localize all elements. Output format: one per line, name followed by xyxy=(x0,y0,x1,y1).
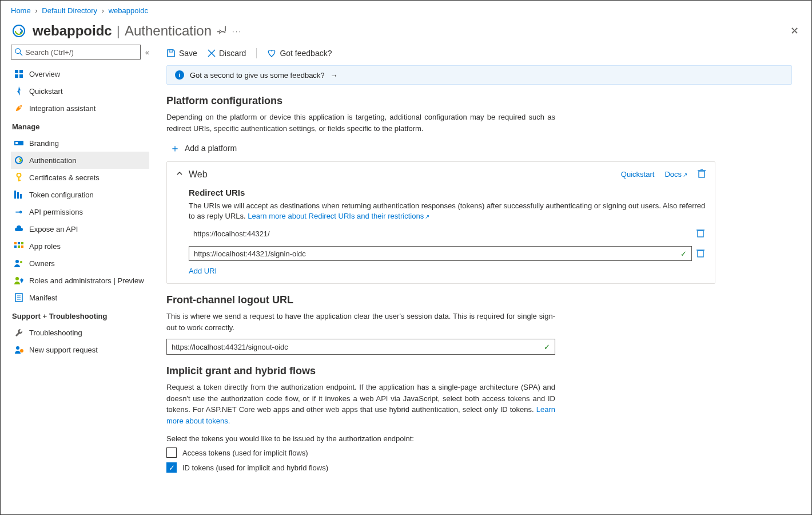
sidebar-group-manage: Manage xyxy=(11,117,149,134)
platform-web-card: Web Quickstart Docs↗ Redirect URIs The U… xyxy=(166,161,715,284)
sidebar-item-token-config[interactable]: Token configuration xyxy=(11,186,149,203)
save-button[interactable]: Save xyxy=(166,49,197,58)
sidebar-item-api-permissions[interactable]: ⊸ API permissions xyxy=(11,203,149,220)
svg-point-7 xyxy=(19,106,21,108)
frontchannel-input[interactable]: https://localhost:44321/signout-oidc ✓ xyxy=(166,339,555,355)
sidebar-item-integration[interactable]: Integration assistant xyxy=(11,100,149,117)
sidebar-item-overview[interactable]: Overview xyxy=(11,65,149,82)
frontchannel-desc: This is where we send a request to have … xyxy=(166,311,555,333)
svg-rect-5 xyxy=(15,74,18,78)
svg-rect-21 xyxy=(18,245,20,248)
sidebar-collapse-icon[interactable]: « xyxy=(145,48,149,57)
svg-rect-18 xyxy=(18,242,20,244)
sidebar-item-manifest[interactable]: Manifest xyxy=(11,289,149,306)
sidebar-group-support: Support + Troubleshooting xyxy=(11,306,149,324)
docs-link[interactable]: Docs↗ xyxy=(664,170,687,179)
svg-line-2 xyxy=(20,53,22,56)
svg-point-24 xyxy=(20,261,22,263)
add-uri-link[interactable]: Add URI xyxy=(189,267,217,275)
breadcrumb: Home › Default Directory › webappoidc xyxy=(11,6,801,19)
token-icon xyxy=(14,190,23,199)
implicit-desc: Request a token directly from the author… xyxy=(166,382,555,426)
svg-point-30 xyxy=(16,346,19,350)
redirect-uri-2-input[interactable]: https://localhost:44321/signin-oidc ✓ xyxy=(189,246,692,261)
api-perm-icon: ⊸ xyxy=(14,207,23,216)
sidebar-item-branding[interactable]: Branding xyxy=(11,134,149,152)
redirect-learn-link[interactable]: Learn more about Redirect URIs and their… xyxy=(248,212,429,220)
more-icon[interactable]: ··· xyxy=(232,27,242,35)
svg-rect-6 xyxy=(19,74,23,78)
pin-icon[interactable] xyxy=(217,26,226,37)
rocket-icon xyxy=(14,104,23,113)
svg-point-11 xyxy=(17,173,21,177)
sidebar-item-expose-api[interactable]: Expose an API xyxy=(11,220,149,237)
breadcrumb-app[interactable]: webappoidc xyxy=(109,6,148,15)
sidebar-item-troubleshooting[interactable]: Troubleshooting xyxy=(11,324,149,341)
tokens-select-label: Select the tokens you would like to be i… xyxy=(166,434,792,443)
id-tokens-checkbox[interactable]: ✓ xyxy=(166,462,177,473)
feedback-banner[interactable]: i Got a second to give us some feedback?… xyxy=(166,65,792,85)
sidebar-item-certificates[interactable]: Certificates & secrets xyxy=(11,169,149,186)
svg-point-1 xyxy=(15,49,21,54)
redirect-desc: The URIs we will accept as destinations … xyxy=(189,201,706,221)
arrow-right-icon: → xyxy=(331,71,338,80)
svg-rect-9 xyxy=(15,142,18,144)
implicit-heading: Implicit grant and hybrid flows xyxy=(166,365,792,377)
external-link-icon: ↗ xyxy=(425,213,429,220)
svg-rect-3 xyxy=(15,70,18,73)
sidebar-item-quickstart[interactable]: Quickstart xyxy=(11,82,149,100)
redirect-uri-1[interactable]: https://localhost:44321/ xyxy=(189,227,692,240)
sidebar-item-owners[interactable]: Owners xyxy=(11,255,149,272)
svg-rect-17 xyxy=(14,242,17,244)
wrench-icon xyxy=(14,328,23,337)
save-icon xyxy=(166,49,176,58)
discard-button[interactable]: Discard xyxy=(208,49,246,58)
breadcrumb-directory[interactable]: Default Directory xyxy=(42,6,97,15)
svg-point-31 xyxy=(20,349,23,352)
svg-rect-20 xyxy=(14,245,17,248)
support-icon xyxy=(14,345,23,354)
delete-uri-1-icon[interactable] xyxy=(696,228,706,239)
search-input[interactable]: Search (Ctrl+/) xyxy=(11,45,141,60)
sidebar-item-support-request[interactable]: New support request xyxy=(11,341,149,358)
feedback-button[interactable]: Got feedback? xyxy=(267,49,332,58)
admin-icon xyxy=(14,276,23,285)
close-icon[interactable]: ✕ xyxy=(790,25,801,37)
chevron-up-icon[interactable] xyxy=(176,170,183,179)
svg-point-23 xyxy=(15,260,19,263)
platform-desc: Depending on the platform or device this… xyxy=(166,112,555,134)
access-tokens-checkbox-row: Access tokens (used for implicit flows) xyxy=(166,447,792,458)
redirect-uri-row-1: https://localhost:44321/ xyxy=(189,227,706,240)
command-bar: Save Discard Got feedback? xyxy=(166,45,801,63)
quickstart-link[interactable]: Quickstart xyxy=(621,170,655,179)
sidebar-item-roles-admins[interactable]: Roles and administrators | Preview xyxy=(11,272,149,289)
external-link-icon: ↗ xyxy=(683,172,687,178)
cloud-icon xyxy=(14,224,23,233)
info-icon: i xyxy=(175,70,184,80)
breadcrumb-home[interactable]: Home xyxy=(11,6,31,15)
delete-platform-icon[interactable] xyxy=(698,169,706,180)
svg-rect-35 xyxy=(699,171,704,177)
svg-rect-40 xyxy=(698,251,703,257)
manifest-icon xyxy=(14,293,23,302)
branding-icon xyxy=(14,138,23,148)
frontchannel-heading: Front-channel logout URL xyxy=(166,294,792,306)
sidebar-item-authentication[interactable]: Authentication xyxy=(11,152,149,169)
app-logo-icon xyxy=(11,23,27,39)
sidebar-item-app-roles[interactable]: App roles xyxy=(11,237,149,255)
page-title-row: webappoidc | Authentication ··· ✕ xyxy=(11,19,801,45)
check-icon: ✓ xyxy=(680,249,687,258)
access-tokens-checkbox[interactable] xyxy=(166,447,177,458)
owners-icon xyxy=(14,259,23,268)
svg-rect-19 xyxy=(21,242,23,244)
platform-heading: Platform configurations xyxy=(166,95,792,107)
search-icon xyxy=(15,48,23,56)
auth-icon xyxy=(14,156,23,165)
delete-uri-2-icon[interactable] xyxy=(696,248,706,259)
svg-rect-16 xyxy=(20,194,22,199)
quickstart-icon xyxy=(14,86,23,96)
redirect-uri-row-2: https://localhost:44321/signin-oidc ✓ xyxy=(189,246,706,261)
svg-rect-13 xyxy=(18,180,21,181)
sidebar: Search (Ctrl+/) « Overview Quickstart In… xyxy=(11,45,152,514)
add-platform-button[interactable]: ＋ Add a platform xyxy=(170,143,792,153)
